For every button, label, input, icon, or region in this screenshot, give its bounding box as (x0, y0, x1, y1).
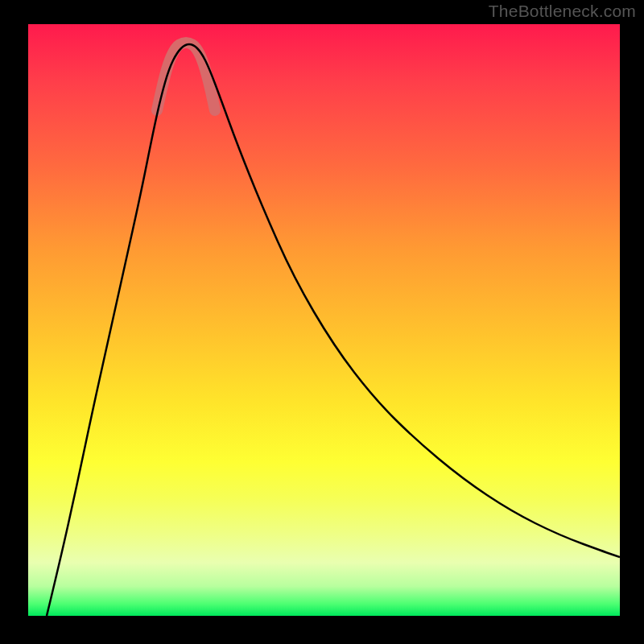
chart-frame: TheBottleneck.com (0, 0, 644, 644)
bottleneck-curve (47, 44, 620, 616)
curve-layer (28, 24, 620, 616)
watermark-text: TheBottleneck.com (489, 2, 636, 21)
plot-area (28, 24, 620, 616)
sweet-spot-highlight (157, 43, 215, 110)
